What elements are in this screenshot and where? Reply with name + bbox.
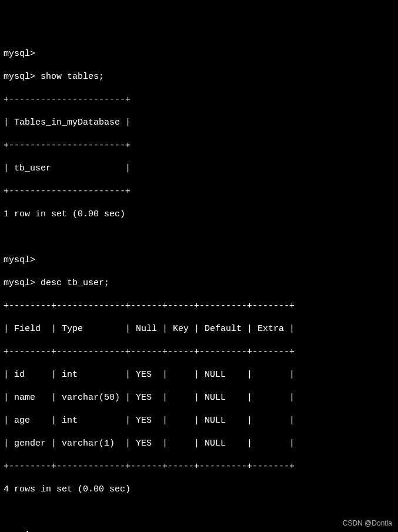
tables-border-top: +----------------------+	[4, 94, 394, 106]
desc1-footer: 4 rows in set (0.00 sec)	[4, 484, 394, 496]
cmd-desc-tbuser-1[interactable]: mysql> desc tb_user;	[4, 277, 394, 289]
prompt-empty[interactable]: mysql>	[4, 255, 394, 266]
tables-border-mid: +----------------------+	[4, 140, 394, 152]
tables-border-bot: +----------------------+	[4, 186, 394, 198]
desc1-border-top: +--------+-------------+------+-----+---…	[4, 300, 394, 312]
desc1-row: | id | int | YES | | NULL | |	[4, 369, 394, 381]
tables-row-tbuser: | tb_user |	[4, 163, 394, 175]
prompt-empty[interactable]: mysql>	[4, 530, 394, 532]
desc1-row: | gender | varchar(1) | YES | | NULL | |	[4, 438, 394, 450]
tables-footer: 1 row in set (0.00 sec)	[4, 209, 394, 220]
tables-header: | Tables_in_myDatabase |	[4, 117, 394, 129]
desc1-row: | name | varchar(50) | YES | | NULL | |	[4, 392, 394, 404]
prompt-empty[interactable]: mysql>	[4, 48, 394, 60]
cmd-show-tables[interactable]: mysql> show tables;	[4, 71, 394, 83]
desc1-row: | age | int | YES | | NULL | |	[4, 415, 394, 427]
blank	[4, 232, 394, 243]
desc1-border-mid: +--------+-------------+------+-----+---…	[4, 346, 394, 358]
blank	[4, 507, 394, 518]
watermark: CSDN @Dontla	[343, 519, 392, 528]
desc1-header: | Field | Type | Null | Key | Default | …	[4, 323, 394, 335]
desc1-border-bot: +--------+-------------+------+-----+---…	[4, 461, 394, 473]
